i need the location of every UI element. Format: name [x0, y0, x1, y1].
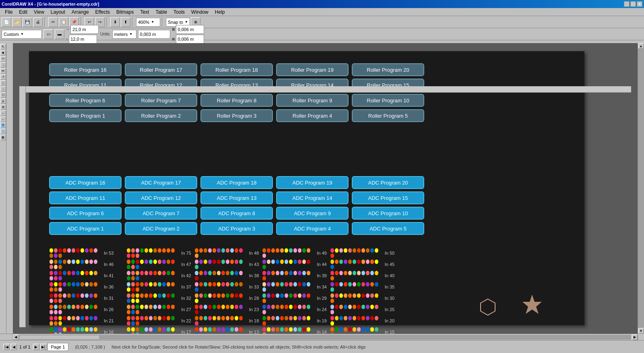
save-button[interactable]: 💾 — [23, 17, 32, 27]
adc-program-btn-adc-program-6[interactable]: ADC Program 6 — [49, 207, 122, 220]
menu-edit[interactable]: Edit — [16, 8, 31, 16]
adc-program-btn-adc-program-10[interactable]: ADC Program 10 — [352, 207, 424, 220]
adc-program-btn-adc-program-17[interactable]: ADC Program 17 — [125, 176, 197, 189]
zoom-tool[interactable]: 🔍 — [0, 62, 6, 68]
menu-text[interactable]: Text — [137, 8, 152, 16]
menu-arrange[interactable]: Arrange — [68, 8, 92, 16]
menu-effects[interactable]: Effects — [92, 8, 113, 16]
page-size-dropdown[interactable]: Custom ▼ — [2, 30, 42, 39]
page-height-field[interactable]: 12,0 m — [69, 35, 97, 44]
menu-tools[interactable]: Tools — [170, 8, 188, 16]
landscape-button[interactable]: ▬ — [55, 29, 64, 39]
prev-page-button[interactable]: ◀ — [10, 344, 17, 350]
adc-program-btn-adc-program-19[interactable]: ADC Program 19 — [276, 176, 349, 189]
adc-program-btn-adc-program-5[interactable]: ADC Program 5 — [352, 222, 424, 235]
scroll-down-button[interactable]: ▼ — [638, 328, 644, 334]
smart-draw-tool[interactable]: ↗ — [0, 74, 6, 80]
table-tool[interactable]: ⊞ — [0, 104, 6, 110]
roller-program-btn-roller-program-2[interactable]: Roller Program 2 — [125, 109, 197, 122]
fill-tool[interactable]: 🪣 — [0, 123, 6, 128]
menu-help[interactable]: Help — [212, 8, 228, 16]
ellipse-tool[interactable]: ○ — [0, 86, 6, 92]
adc-program-btn-adc-program-8[interactable]: ADC Program 8 — [200, 207, 273, 220]
adc-program-btn-adc-program-18[interactable]: ADC Program 18 — [200, 176, 273, 189]
zoom-dropdown[interactable]: 400% ▼ — [136, 18, 160, 27]
roller-program-btn-roller-program-19[interactable]: Roller Program 19 — [276, 63, 349, 76]
roller-program-btn-roller-program-5[interactable]: Roller Program 5 — [352, 109, 424, 122]
vertical-scrollbar[interactable]: ▲ ▼ — [638, 43, 644, 334]
cut-button[interactable]: ✂ — [48, 17, 58, 27]
input-label: In 27 — [181, 307, 191, 312]
roller-program-btn-roller-program-16[interactable]: Roller Program 16 — [49, 63, 122, 76]
new-button[interactable]: 📄 — [2, 17, 11, 27]
grid-y-field[interactable]: 0,006 m — [176, 35, 204, 44]
maximize-button[interactable]: □ — [630, 1, 636, 7]
roller-program-btn-roller-program-18[interactable]: Roller Program 18 — [200, 63, 273, 76]
page-width-field[interactable]: 21,0 m — [70, 25, 99, 34]
interactive-fill-tool[interactable]: ▦ — [0, 135, 6, 140]
last-page-button[interactable]: ▶| — [40, 344, 47, 350]
dot — [204, 260, 207, 264]
next-page-button[interactable]: ▶ — [33, 344, 39, 350]
roller-program-btn-roller-program-10[interactable]: Roller Program 10 — [352, 94, 424, 107]
roller-program-btn-roller-program-3[interactable]: Roller Program 3 — [200, 109, 273, 122]
h-scroll-track[interactable] — [19, 335, 631, 340]
print-button[interactable]: 🖨 — [33, 17, 43, 27]
scroll-left-button[interactable]: ◀ — [13, 334, 19, 340]
menu-window[interactable]: Window — [188, 8, 212, 16]
roller-program-btn-roller-program-6[interactable]: Roller Program 6 — [49, 94, 122, 107]
export-button[interactable]: ⬆ — [121, 17, 130, 27]
horizontal-scrollbar[interactable]: ◀ ▶ — [13, 334, 638, 340]
roller-program-btn-roller-program-9[interactable]: Roller Program 9 — [276, 94, 349, 107]
dot — [235, 248, 238, 253]
adc-program-btn-adc-program-7[interactable]: ADC Program 7 — [125, 207, 197, 220]
roller-program-btn-roller-program-7[interactable]: Roller Program 7 — [125, 94, 197, 107]
adc-program-btn-adc-program-11[interactable]: ADC Program 11 — [49, 191, 122, 204]
menu-view[interactable]: View — [31, 8, 47, 16]
menu-bitmaps[interactable]: Bitmaps — [113, 8, 137, 16]
grid-x-field[interactable]: 0,006 m — [176, 25, 204, 34]
rectangle-tool[interactable]: □ — [0, 80, 6, 86]
dot — [307, 271, 310, 275]
adc-program-btn-adc-program-4[interactable]: ADC Program 4 — [276, 222, 349, 235]
units-dropdown[interactable]: meters ▼ — [112, 30, 136, 39]
adc-program-btn-adc-program-1[interactable]: ADC Program 1 — [49, 222, 122, 235]
scroll-up-button[interactable]: ▲ — [638, 43, 644, 49]
page-tab[interactable]: Page 1 — [47, 343, 69, 351]
portrait-button[interactable]: ▭ — [43, 29, 53, 39]
scroll-right-button[interactable]: ▶ — [632, 334, 638, 340]
freehand-tool[interactable]: ✏ — [0, 68, 6, 74]
text-tool[interactable]: A — [0, 98, 6, 104]
adc-program-btn-adc-program-13[interactable]: ADC Program 13 — [200, 191, 273, 204]
adc-program-btn-adc-program-14[interactable]: ADC Program 14 — [276, 191, 349, 204]
roller-program-btn-roller-program-17[interactable]: Roller Program 17 — [125, 63, 197, 76]
roller-program-btn-roller-program-20[interactable]: Roller Program 20 — [352, 63, 424, 76]
first-page-button[interactable]: |◀ — [3, 344, 10, 350]
eyedropper-tool[interactable]: 💧 — [0, 129, 6, 134]
menu-file[interactable]: File — [2, 8, 16, 16]
select-tool[interactable]: ↖ — [0, 44, 6, 50]
adc-program-btn-adc-program-3[interactable]: ADC Program 3 — [200, 222, 273, 235]
menu-table[interactable]: Table — [152, 8, 170, 16]
minimize-button[interactable]: _ — [624, 1, 630, 7]
roller-program-btn-roller-program-8[interactable]: Roller Program 8 — [200, 94, 273, 107]
adc-program-btn-adc-program-16[interactable]: ADC Program 16 — [49, 176, 122, 189]
menu-layout[interactable]: Layout — [47, 8, 68, 16]
adc-program-btn-adc-program-15[interactable]: ADC Program 15 — [352, 191, 424, 204]
nudge-field[interactable]: 0,003 m — [138, 30, 170, 39]
shape-tool[interactable]: ◆ — [0, 50, 6, 56]
connector-tool[interactable]: ↔ — [0, 116, 6, 122]
open-button[interactable]: 📂 — [12, 17, 22, 27]
import-button[interactable]: ⬇ — [110, 17, 120, 27]
dimension-tool[interactable]: ↔ — [0, 110, 6, 116]
polygon-tool[interactable]: ⬡ — [0, 92, 6, 98]
adc-program-btn-adc-program-9[interactable]: ADC Program 9 — [276, 207, 349, 220]
adc-program-btn-adc-program-2[interactable]: ADC Program 2 — [125, 222, 197, 235]
roller-program-btn-roller-program-1[interactable]: Roller Program 1 — [49, 109, 122, 122]
adc-program-btn-adc-program-12[interactable]: ADC Program 12 — [125, 191, 197, 204]
roller-program-btn-roller-program-4[interactable]: Roller Program 4 — [276, 109, 349, 122]
close-button[interactable]: × — [637, 1, 642, 7]
v-scroll-track[interactable] — [638, 49, 644, 328]
adc-program-btn-adc-program-20[interactable]: ADC Program 20 — [352, 176, 424, 189]
crop-tool[interactable]: ✂ — [0, 56, 6, 62]
